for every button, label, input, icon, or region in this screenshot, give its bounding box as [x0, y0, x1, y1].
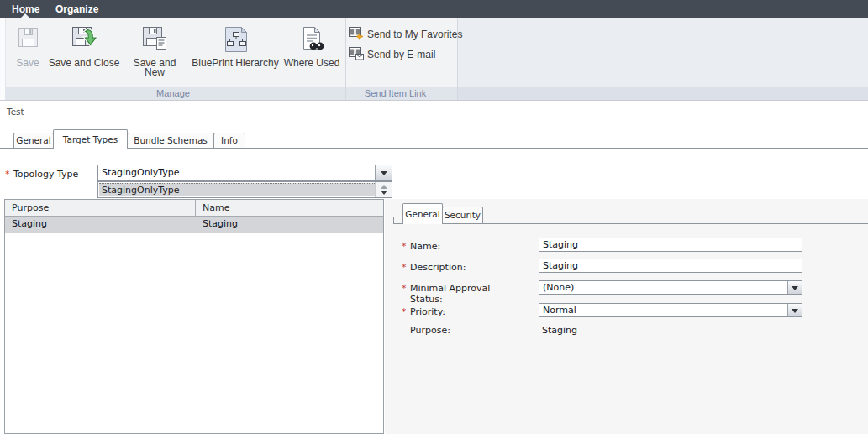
table-header: Purpose Name	[5, 200, 383, 217]
scroll-up-icon	[381, 185, 387, 189]
tab-target-types[interactable]: Target Types	[53, 129, 128, 149]
column-header-purpose[interactable]: Purpose	[5, 200, 196, 216]
ribbon-group-manage: Save Save and Close	[5, 18, 346, 100]
minimal-approval-required-marker: *	[402, 283, 407, 294]
menu-tab-organize[interactable]: Organize	[55, 0, 98, 18]
chevron-down-icon	[792, 286, 798, 290]
name-label: Name:	[410, 241, 511, 252]
purpose-value: Staging	[542, 325, 577, 336]
topology-type-combobox[interactable]: StagingOnlyType	[97, 165, 392, 181]
send-by-email-icon	[349, 46, 364, 64]
cell-purpose: Staging	[5, 217, 196, 233]
detail-tab-general[interactable]: General	[402, 203, 443, 224]
description-required-marker: *	[402, 262, 407, 273]
detail-panel: General Security * Name: Staging * Descr…	[385, 199, 868, 434]
chevron-down-icon	[381, 171, 387, 175]
list-scroll-spinner[interactable]	[375, 182, 392, 197]
priority-label: Priority:	[410, 306, 511, 317]
cell-name: Staging	[196, 217, 383, 233]
save-and-new-button[interactable]: Save and New	[125, 22, 184, 87]
scroll-down-icon	[381, 191, 387, 195]
target-types-table: Purpose Name Staging Staging	[4, 199, 384, 434]
send-to-favorites-icon	[349, 26, 364, 44]
detail-tab-security[interactable]: Security	[442, 207, 483, 224]
topology-list-item-selected[interactable]: StagingOnlyType	[99, 183, 375, 196]
blueprint-hierarchy-icon	[186, 25, 285, 55]
select-dropdown-button[interactable]	[787, 281, 802, 294]
where-used-button[interactable]: Where Used	[283, 22, 340, 87]
topology-type-label: Topology Type	[13, 169, 78, 180]
purpose-label: Purpose:	[410, 325, 511, 336]
ribbon: Save Save and Close	[0, 18, 868, 101]
ribbon-group-label-send-item-link: Send Item Link	[346, 87, 457, 100]
tab-info[interactable]: Info	[213, 133, 245, 149]
save-button[interactable]: Save	[9, 22, 46, 87]
name-required-marker: *	[402, 241, 407, 252]
topology-required-marker: *	[5, 169, 10, 180]
save-and-close-icon	[45, 25, 124, 55]
priority-select[interactable]: Normal	[539, 303, 802, 317]
tab-bundle-schemas[interactable]: Bundle Schemas	[127, 133, 214, 149]
item-title: Test	[7, 107, 24, 117]
save-and-close-button[interactable]: Save and Close	[45, 22, 124, 87]
table-row[interactable]: Staging Staging	[5, 217, 383, 233]
tab-general[interactable]: General	[13, 133, 54, 149]
minimal-approval-status-select[interactable]: (None)	[539, 280, 802, 295]
ribbon-group-send-item-link: Send to My Favorites Send by E-mail Send…	[346, 18, 458, 100]
description-field[interactable]: Staging	[539, 259, 802, 273]
save-and-new-icon	[125, 25, 184, 55]
ribbon-group-label-manage: Manage	[6, 87, 345, 100]
column-header-name[interactable]: Name	[196, 200, 383, 216]
application-window: Home Organize Save	[0, 0, 868, 434]
save-icon	[9, 25, 46, 55]
combo-dropdown-button[interactable]	[375, 165, 392, 180]
blueprint-hierarchy-button[interactable]: BluePrint Hierarchy	[186, 22, 285, 87]
minimal-approval-status-label: Minimal Approval Status:	[410, 283, 502, 305]
name-field[interactable]: Staging	[539, 238, 802, 252]
chevron-down-icon	[792, 309, 798, 313]
select-dropdown-button[interactable]	[787, 304, 802, 316]
topology-type-open-list: StagingOnlyType	[97, 181, 392, 198]
description-label: Description:	[410, 262, 511, 273]
menu-bar: Home Organize	[0, 0, 868, 18]
where-used-icon	[283, 25, 340, 55]
priority-required-marker: *	[402, 306, 407, 317]
